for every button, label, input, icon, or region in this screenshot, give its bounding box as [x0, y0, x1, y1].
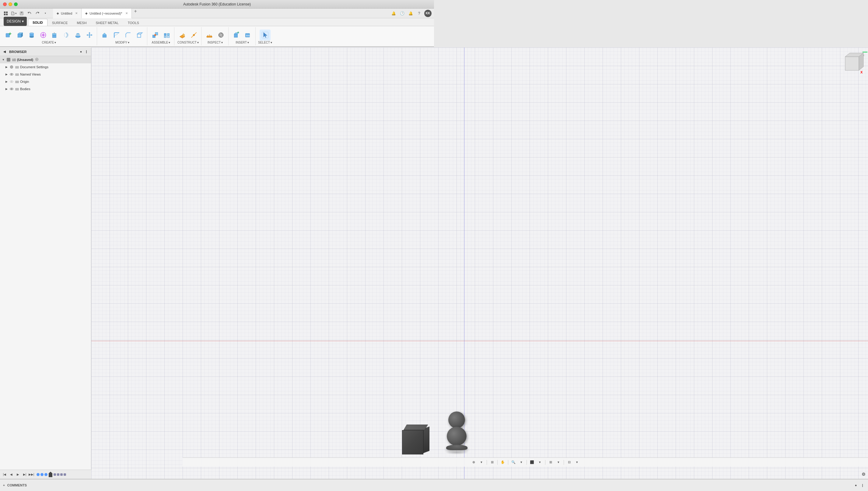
browser-toggle[interactable]: ◀ [2, 50, 7, 54]
browser-pin[interactable]: ● [79, 50, 83, 54]
tab-recovered[interactable]: ◆ Untitled (~recovered)* ✕ [82, 8, 131, 18]
inspect-label: INSPECT ▾ [208, 41, 223, 46]
tree-item-named-views[interactable]: ▶ Named Views [0, 71, 91, 78]
construct-label: CONSTRUCT ▾ [178, 41, 199, 46]
file-menu-button[interactable]: ▾ [10, 10, 17, 17]
bodies-eye-icon[interactable] [9, 87, 14, 91]
insert-label: INSERT ▾ [236, 41, 249, 46]
insert-svg-button[interactable]: SVG [243, 30, 253, 40]
move-button[interactable] [84, 30, 95, 40]
tab-untitled[interactable]: ◆ Untitled ✕ [53, 8, 82, 18]
tree-item-root[interactable]: ▼ (Unsaved) [0, 56, 91, 63]
root-settings-icon[interactable] [35, 58, 39, 62]
named-views-folder-icon [14, 72, 20, 77]
window-controls[interactable] [3, 2, 18, 6]
bell-icon[interactable]: 🔔 [407, 10, 414, 17]
chamfer-button[interactable] [123, 30, 134, 40]
inspect-dropdown-arrow[interactable]: ▾ [221, 41, 223, 44]
construct-dropdown-arrow[interactable]: ▾ [197, 41, 199, 44]
tab-solid[interactable]: SOLID [28, 19, 48, 26]
press-pull-button[interactable] [99, 30, 111, 40]
tab-bar: ◆ Untitled ✕ ◆ Untitled (~recovered)* ✕ … [53, 8, 389, 18]
root-visibility-icon[interactable] [6, 57, 11, 62]
assemble-section: ASSEMBLE ▾ [148, 27, 175, 46]
inspect-section: INSPECT ▾ [202, 27, 228, 46]
insert-dropdown-arrow[interactable]: ▾ [247, 41, 249, 44]
tree-expand-origin[interactable]: ▶ [4, 80, 8, 84]
svg-rect-1 [6, 11, 8, 13]
fillet-button[interactable] [111, 30, 122, 40]
tree-expand-named-views[interactable]: ▶ [4, 72, 8, 77]
loft-button[interactable] [72, 30, 83, 40]
insert-mesh-button[interactable] [231, 30, 242, 40]
tree-item-bodies[interactable]: ▶ Bodies [0, 85, 91, 93]
browser-options[interactable]: | [84, 50, 89, 54]
svg-rect-39 [207, 36, 212, 37]
tab-tools[interactable]: TOOLS [123, 19, 144, 26]
svg-marker-45 [234, 33, 239, 34]
help-icon[interactable]: ? [416, 10, 423, 17]
tab-mesh[interactable]: MESH [72, 19, 91, 26]
svg-rect-7 [6, 33, 9, 37]
tree-expand-bodies[interactable]: ▶ [4, 87, 8, 91]
joint-button[interactable] [150, 30, 161, 40]
measure-button[interactable] [204, 30, 215, 40]
select-section: SELECT ▾ [256, 27, 274, 46]
browser-header: ◀ BROWSER ● | [0, 48, 91, 56]
svg-rect-63 [15, 81, 19, 83]
construct-section: CONSTRUCT ▾ [175, 27, 202, 46]
notification-icon[interactable]: 🔔 [390, 10, 397, 17]
svg-rect-33 [164, 36, 166, 37]
root-folder-icon [11, 57, 17, 62]
create-dropdown-arrow[interactable]: ▾ [55, 41, 56, 44]
shell-button[interactable] [134, 30, 145, 40]
svg-rect-5 [21, 11, 22, 13]
cylinder-button[interactable] [26, 30, 37, 40]
plane-button[interactable] [177, 30, 188, 40]
new-tab-button[interactable]: + [132, 8, 140, 18]
svg-text:SVG: SVG [246, 35, 250, 36]
modify-dropdown-arrow[interactable]: ▾ [128, 41, 129, 44]
grid-background [91, 48, 434, 246]
tree-item-origin[interactable]: ▶ Origin [0, 78, 91, 85]
redo-dropdown[interactable]: ▾ [42, 10, 49, 17]
tab-sheet-metal[interactable]: SHEET METAL [91, 19, 123, 26]
viewport[interactable]: BACK X ⊕ ▾ ⊞ ✋ 🔍 ▾ ⬛ ▾ ⊞ ▾ ⊟ ▾ [91, 48, 434, 246]
special-create-button[interactable] [38, 30, 49, 40]
close-button[interactable] [3, 2, 7, 6]
svg-point-59 [11, 74, 12, 75]
save-button[interactable] [18, 10, 25, 17]
axis-button[interactable] [188, 30, 199, 40]
minimize-button[interactable] [8, 2, 12, 6]
maximize-button[interactable] [14, 2, 18, 6]
design-dropdown[interactable]: DESIGN ▾ [4, 17, 27, 26]
origin-label: Origin [20, 80, 29, 83]
select-button[interactable] [259, 30, 271, 40]
tree-item-document-settings[interactable]: ▶ Document Settings [0, 63, 91, 71]
app-menu-icon[interactable] [2, 10, 9, 17]
assemble-dropdown-arrow[interactable]: ▾ [168, 41, 170, 44]
tab-close-recovered[interactable]: ✕ [125, 11, 128, 15]
tab-surface[interactable]: SURFACE [48, 19, 72, 26]
tree-expand-settings[interactable]: ▶ [4, 65, 8, 69]
tree-expand-root[interactable]: ▼ [1, 58, 5, 62]
clock-icon[interactable]: 🕐 [399, 10, 405, 17]
undo-button[interactable] [26, 10, 33, 17]
tab-close-untitled[interactable]: ✕ [75, 11, 78, 15]
box-button[interactable] [14, 30, 26, 40]
new-component-button[interactable] [3, 30, 14, 40]
rigid-group-button[interactable] [161, 30, 172, 40]
insert-section: SVG INSERT ▾ [229, 27, 256, 46]
nav-tabs: DESIGN ▾ SOLID SURFACE MESH SHEET METAL … [0, 18, 434, 26]
user-avatar[interactable]: KK [424, 10, 432, 17]
design-label: DESIGN [7, 19, 21, 24]
tab-icon-2: ◆ [85, 11, 88, 15]
extrude-button[interactable] [49, 30, 60, 40]
svg-rect-18 [52, 33, 56, 35]
origin-eye-icon[interactable] [9, 79, 14, 84]
zebra-analysis-button[interactable] [215, 30, 226, 40]
revolve-button[interactable] [61, 30, 72, 40]
redo-button[interactable] [34, 10, 41, 17]
svg-rect-0 [4, 11, 5, 13]
select-dropdown-arrow[interactable]: ▾ [271, 41, 272, 44]
